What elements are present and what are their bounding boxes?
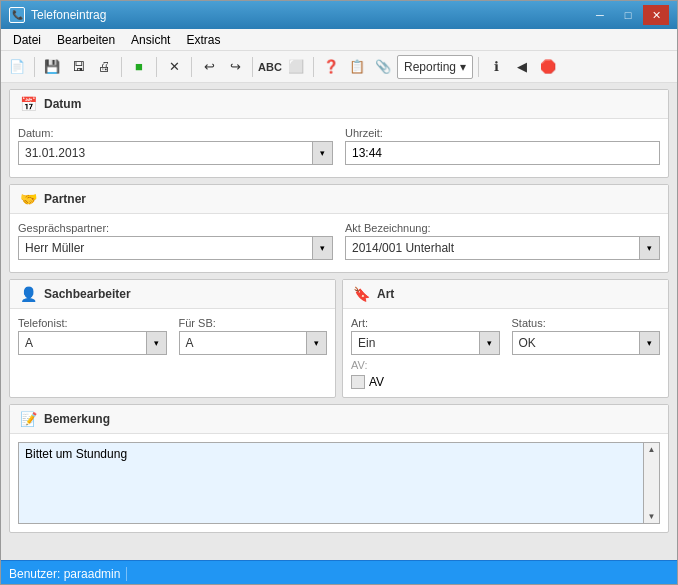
menu-datei[interactable]: Datei — [5, 31, 49, 49]
datum-section: 📅 Datum Datum: 31.01.2013 ▾ Uhrzeit: — [9, 89, 669, 178]
sachbearbeiter-form-row: Telefonist: A ▾ Für SB: A ▾ — [18, 317, 327, 355]
redo-button[interactable]: ↪ — [223, 55, 247, 79]
attach-button[interactable]: 📎 — [371, 55, 395, 79]
toolbar-separator-7 — [478, 57, 479, 77]
toolbar-separator-6 — [313, 57, 314, 77]
sachbearbeiter-section-title: Sachbearbeiter — [44, 287, 131, 301]
save2-button[interactable]: 🖫 — [66, 55, 90, 79]
datum-dropdown-arrow[interactable]: ▾ — [312, 142, 332, 164]
uhrzeit-input[interactable] — [345, 141, 660, 165]
art-section: 🔖 Art Art: Ein ▾ Status: OK — [342, 279, 669, 398]
toolbar-separator-1 — [34, 57, 35, 77]
sachbearbeiter-section-header: 👤 Sachbearbeiter — [10, 280, 335, 309]
help-button[interactable]: ❓ — [319, 55, 343, 79]
bemerkung-section-title: Bemerkung — [44, 412, 110, 426]
partner-section-title: Partner — [44, 192, 86, 206]
datum-section-header: 📅 Datum — [10, 90, 668, 119]
partner-section-header: 🤝 Partner — [10, 185, 668, 214]
datum-icon: 📅 — [18, 94, 38, 114]
art-value: Ein — [352, 336, 479, 350]
partner-section: 🤝 Partner Gesprächspartner: Herr Müller … — [9, 184, 669, 273]
reporting-dropdown-icon: ▾ — [460, 60, 466, 74]
av-checkbox-label: AV — [369, 375, 384, 389]
doc-button[interactable]: 📋 — [345, 55, 369, 79]
minimize-button[interactable]: ─ — [587, 5, 613, 25]
telefonist-value: A — [19, 336, 146, 350]
gespraechspartner-value: Herr Müller — [19, 241, 312, 255]
new-button[interactable]: 📄 — [5, 55, 29, 79]
gespraechspartner-select[interactable]: Herr Müller ▾ — [18, 236, 333, 260]
art-dropdown-arrow[interactable]: ▾ — [479, 332, 499, 354]
art-icon: 🔖 — [351, 284, 371, 304]
back-button[interactable]: ◀ — [510, 55, 534, 79]
telefonist-dropdown-arrow[interactable]: ▾ — [146, 332, 166, 354]
status-select[interactable]: OK ▾ — [512, 331, 661, 355]
datum-select[interactable]: 31.01.2013 ▾ — [18, 141, 333, 165]
scroll-down-icon[interactable]: ▼ — [648, 512, 656, 521]
window-controls: ─ □ ✕ — [587, 5, 669, 25]
status-value: OK — [513, 336, 640, 350]
art-group: Art: Ein ▾ — [351, 317, 500, 355]
copy-button[interactable]: ⬜ — [284, 55, 308, 79]
bemerkung-scrollbar[interactable]: ▲ ▼ — [643, 443, 659, 523]
menu-ansicht[interactable]: Ansicht — [123, 31, 178, 49]
info-button[interactable]: ℹ — [484, 55, 508, 79]
delete-button[interactable]: ✕ — [162, 55, 186, 79]
art-label: Art: — [351, 317, 500, 329]
gespraechspartner-group: Gesprächspartner: Herr Müller ▾ — [18, 222, 333, 260]
akt-bezeichnung-label: Akt Bezeichnung: — [345, 222, 660, 234]
status-dropdown-arrow[interactable]: ▾ — [639, 332, 659, 354]
art-select[interactable]: Ein ▾ — [351, 331, 500, 355]
stop-button[interactable]: 🛑 — [536, 55, 560, 79]
status-bar: Benutzer: paraadmin — [1, 560, 677, 585]
close-button[interactable]: ✕ — [643, 5, 669, 25]
akt-bezeichnung-value: 2014/001 Unterhalt — [346, 241, 639, 255]
akt-bezeichnung-dropdown-arrow[interactable]: ▾ — [639, 237, 659, 259]
bemerkung-textarea[interactable]: Bittet um Stundung — [19, 443, 643, 523]
telefonist-select[interactable]: A ▾ — [18, 331, 167, 355]
green-button[interactable]: ■ — [127, 55, 151, 79]
spell-button[interactable]: ABC — [258, 55, 282, 79]
scroll-up-icon[interactable]: ▲ — [648, 445, 656, 454]
sachbearbeiter-icon: 👤 — [18, 284, 38, 304]
akt-bezeichnung-select[interactable]: 2014/001 Unterhalt ▾ — [345, 236, 660, 260]
status-group: Status: OK ▾ — [512, 317, 661, 355]
av-checkbox[interactable] — [351, 375, 365, 389]
uhrzeit-label: Uhrzeit: — [345, 127, 660, 139]
bemerkung-section: 📝 Bemerkung Bittet um Stundung ▲ ▼ — [9, 404, 669, 533]
gespraechspartner-dropdown-arrow[interactable]: ▾ — [312, 237, 332, 259]
fuer-sb-dropdown-arrow[interactable]: ▾ — [306, 332, 326, 354]
bemerkung-textarea-wrapper: Bittet um Stundung ▲ ▼ — [18, 442, 660, 524]
undo-button[interactable]: ↩ — [197, 55, 221, 79]
maximize-button[interactable]: □ — [615, 5, 641, 25]
title-bar: 📞 Telefoneintrag ─ □ ✕ — [1, 1, 677, 29]
menu-bearbeiten[interactable]: Bearbeiten — [49, 31, 123, 49]
toolbar-separator-4 — [191, 57, 192, 77]
reporting-button[interactable]: Reporting ▾ — [397, 55, 473, 79]
toolbar-separator-2 — [121, 57, 122, 77]
fuer-sb-group: Für SB: A ▾ — [179, 317, 328, 355]
fuer-sb-label: Für SB: — [179, 317, 328, 329]
telefonist-label: Telefonist: — [18, 317, 167, 329]
sachbearbeiter-section-body: Telefonist: A ▾ Für SB: A ▾ — [10, 309, 335, 367]
art-form-row: Art: Ein ▾ Status: OK ▾ — [351, 317, 660, 355]
bemerkung-section-body: Bittet um Stundung ▲ ▼ — [10, 434, 668, 532]
datum-label: Datum: — [18, 127, 333, 139]
art-section-title: Art — [377, 287, 394, 301]
menu-extras[interactable]: Extras — [178, 31, 228, 49]
save-button[interactable]: 💾 — [40, 55, 64, 79]
toolbar-separator-3 — [156, 57, 157, 77]
art-section-body: Art: Ein ▾ Status: OK ▾ AV: — [343, 309, 668, 397]
av-checkbox-row: AV — [351, 375, 660, 389]
app-icon: 📞 — [9, 7, 25, 23]
uhrzeit-group: Uhrzeit: — [345, 127, 660, 165]
sachbearbeiter-section: 👤 Sachbearbeiter Telefonist: A ▾ Für SB: — [9, 279, 336, 398]
menu-bar: Datei Bearbeiten Ansicht Extras — [1, 29, 677, 51]
status-separator — [126, 567, 127, 581]
fuer-sb-select[interactable]: A ▾ — [179, 331, 328, 355]
reporting-label: Reporting — [404, 60, 456, 74]
telefonist-group: Telefonist: A ▾ — [18, 317, 167, 355]
window-title: Telefoneintrag — [31, 8, 106, 22]
print-button[interactable]: 🖨 — [92, 55, 116, 79]
partner-icon: 🤝 — [18, 189, 38, 209]
